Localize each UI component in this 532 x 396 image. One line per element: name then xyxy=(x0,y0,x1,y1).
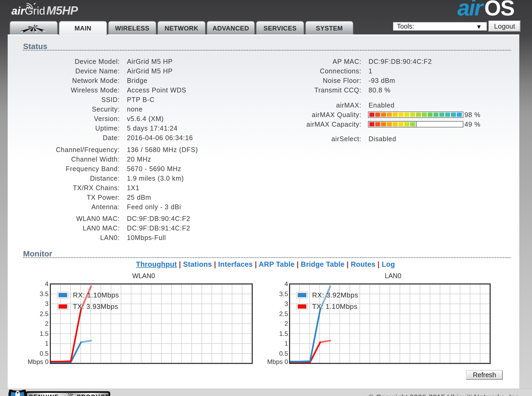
svg-text:PRODUCT: PRODUCT xyxy=(77,393,109,396)
svg-text:GENUINE: GENUINE xyxy=(29,393,59,396)
